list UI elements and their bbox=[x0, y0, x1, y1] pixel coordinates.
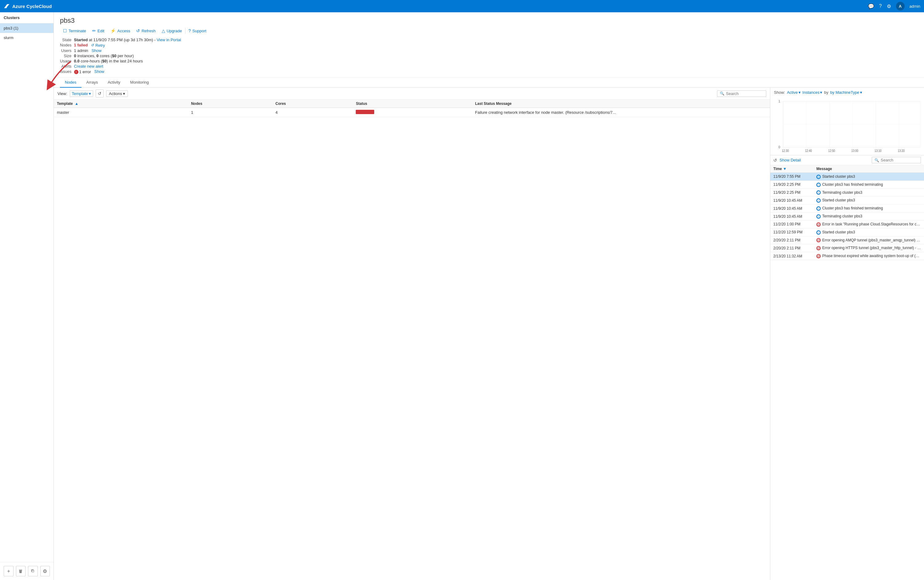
info-icon: ⓘ bbox=[816, 214, 821, 219]
show-row: Show: Active ▾ Instances ▾ by by Machine… bbox=[774, 90, 920, 95]
upgrade-icon: △ bbox=[162, 28, 165, 33]
copy-cluster-button[interactable] bbox=[28, 566, 38, 576]
sidebar-header: Clusters bbox=[0, 12, 53, 23]
col-status[interactable]: Status bbox=[353, 100, 472, 108]
cell-template: master bbox=[54, 108, 188, 117]
svg-text:1: 1 bbox=[779, 99, 781, 103]
activity-row[interactable]: 2/20/20 2:11 PM⊘Error opening HTTPS tunn… bbox=[770, 244, 924, 252]
sidebar-item-slurm[interactable]: slurm bbox=[0, 33, 53, 43]
activity-table-container: Time ▼ Message 11/9/20 7:55 PMⓘStarted c… bbox=[770, 165, 924, 580]
tab-activity[interactable]: Activity bbox=[103, 77, 125, 87]
tab-nodes[interactable]: Nodes bbox=[60, 77, 81, 87]
retry-button[interactable]: ↺ Retry bbox=[91, 43, 105, 48]
tab-arrays[interactable]: Arrays bbox=[81, 77, 103, 87]
content-area: pbs3 ☐ Terminate ✏ Edit ⚡ Access ↺ Refre… bbox=[54, 12, 924, 580]
top-nav: Azure CycleCloud 💬 ? ⚙ A admin bbox=[0, 0, 924, 12]
activity-message: ⊘Error opening AMQP tunnel (pbs3_master_… bbox=[813, 236, 924, 244]
activity-row[interactable]: 11/9/20 2:25 PMⓘTerminating cluster pbs3 bbox=[770, 188, 924, 196]
activity-message: ⓘTerminating cluster pbs3 bbox=[813, 213, 924, 221]
svg-text:12:30: 12:30 bbox=[782, 149, 789, 153]
settings-icon[interactable]: ⚙ bbox=[887, 3, 891, 9]
delete-cluster-button[interactable] bbox=[16, 566, 26, 576]
cluster-header: pbs3 ☐ Terminate ✏ Edit ⚡ Access ↺ Refre… bbox=[54, 12, 924, 77]
activity-message: ⓘStarted cluster pbs3 bbox=[813, 173, 924, 181]
nodes-panel: View: Template ▾ ↺ Actions ▾ 🔍 bbox=[54, 87, 770, 580]
message-text: Terminating cluster pbs3 bbox=[822, 190, 862, 194]
svg-text:13:00: 13:00 bbox=[852, 149, 858, 153]
feedback-icon[interactable]: 💬 bbox=[868, 3, 874, 9]
activity-time: 2/20/20 2:11 PM bbox=[770, 236, 813, 244]
activity-search-input[interactable] bbox=[881, 158, 918, 162]
activity-row[interactable]: 11/2/20 1:00 PM⊘Error in task "Running p… bbox=[770, 220, 924, 228]
sidebar-item-pbs3[interactable]: pbs3 (1) bbox=[0, 23, 53, 33]
instances-chart: 1 0 bbox=[774, 96, 920, 153]
state-value: Started at 11/9/20 7:55 PM (up 3d 17h 30… bbox=[74, 38, 918, 42]
view-in-portal-link[interactable]: View in Portal bbox=[156, 38, 181, 42]
show-users-link[interactable]: Show bbox=[92, 48, 102, 53]
col-time[interactable]: Time ▼ bbox=[770, 165, 813, 173]
nodes-table: Template ▲ Nodes Cores Status Last Statu… bbox=[54, 100, 770, 580]
col-template[interactable]: Template ▲ bbox=[54, 100, 188, 108]
info-icon: ⓘ bbox=[816, 198, 821, 203]
terminate-button[interactable]: ☐ Terminate bbox=[60, 27, 89, 35]
logo: Azure CycleCloud bbox=[4, 3, 52, 9]
nodes-toolbar: View: Template ▾ ↺ Actions ▾ 🔍 bbox=[54, 87, 770, 100]
show-issues-link[interactable]: Show bbox=[94, 69, 105, 74]
info-icon: ⓘ bbox=[816, 183, 821, 187]
refresh-button[interactable]: ↺ Refresh bbox=[133, 27, 159, 35]
refresh-activity-icon[interactable]: ↺ bbox=[773, 158, 777, 163]
activity-row[interactable]: 11/9/20 2:25 PMⓘCluster pbs3 has finishe… bbox=[770, 181, 924, 188]
user-name: admin bbox=[909, 4, 920, 8]
message-text: Started cluster pbs3 bbox=[822, 198, 855, 203]
instances-dropdown[interactable]: Instances ▾ bbox=[802, 90, 822, 95]
help-icon[interactable]: ? bbox=[879, 3, 882, 9]
show-label: Show: bbox=[774, 90, 785, 95]
show-detail-button[interactable]: Show Detail bbox=[779, 158, 801, 162]
info-icon: ⓘ bbox=[816, 206, 821, 211]
activity-row[interactable]: 11/9/20 7:55 PMⓘStarted cluster pbs3 bbox=[770, 173, 924, 181]
add-cluster-button[interactable]: ＋ bbox=[4, 566, 13, 576]
upgrade-button[interactable]: △ Upgrade bbox=[159, 27, 185, 35]
time-sort-icon: ▼ bbox=[783, 167, 787, 171]
edit-button[interactable]: ✏ Edit bbox=[89, 27, 107, 35]
activity-row[interactable]: 11/9/20 10:45 AMⓘTerminating cluster pbs… bbox=[770, 213, 924, 221]
instances-chevron-icon: ▾ bbox=[820, 90, 822, 95]
activity-row[interactable]: 11/9/20 10:45 AMⓘCluster pbs3 has finish… bbox=[770, 204, 924, 213]
support-button[interactable]: ? Support bbox=[185, 27, 209, 35]
activity-row[interactable]: 2/13/20 11:32 AM⊘Phase timeout expired w… bbox=[770, 252, 924, 260]
nodes-value: 1 failed ↺ Retry bbox=[74, 43, 918, 48]
activity-time: 11/9/20 7:55 PM bbox=[770, 173, 813, 181]
activity-row[interactable]: 11/2/20 12:59 PMⓘStarted cluster pbs3 bbox=[770, 228, 924, 236]
activity-time: 11/9/20 10:45 AM bbox=[770, 196, 813, 204]
activity-time: 11/2/20 12:59 PM bbox=[770, 228, 813, 236]
issues-count: 1 error bbox=[79, 69, 91, 74]
machinetype-dropdown[interactable]: by MachineType ▾ bbox=[830, 90, 862, 95]
cell-cores: 4 bbox=[272, 108, 353, 117]
activity-row[interactable]: 11/9/20 10:45 AMⓘStarted cluster pbs3 bbox=[770, 196, 924, 204]
nodes-search-input[interactable] bbox=[726, 91, 764, 96]
refresh-nodes-button[interactable]: ↺ bbox=[96, 89, 104, 97]
usage-value: 0.0 core-hours ($0) in the last 24 hours bbox=[74, 59, 918, 63]
col-cores[interactable]: Cores bbox=[272, 100, 353, 108]
cell-last-status: Failure creating network interface for n… bbox=[472, 108, 770, 117]
col-last-status[interactable]: Last Status Message bbox=[472, 100, 770, 108]
col-message[interactable]: Message bbox=[813, 165, 924, 173]
table-row[interactable]: master 1 4 Failure creating network inte… bbox=[54, 108, 770, 117]
create-alert-link[interactable]: Create new alert bbox=[74, 64, 103, 69]
tab-monitoring[interactable]: Monitoring bbox=[125, 77, 154, 87]
activity-time: 11/9/20 2:25 PM bbox=[770, 188, 813, 196]
active-dropdown[interactable]: Active ▾ bbox=[787, 90, 800, 95]
view-dropdown[interactable]: Template ▾ bbox=[70, 91, 94, 97]
alerts-value: Create new alert bbox=[74, 64, 918, 69]
active-chevron-icon: ▾ bbox=[799, 90, 801, 95]
activity-row[interactable]: 2/20/20 2:11 PM⊘Error opening AMQP tunne… bbox=[770, 236, 924, 244]
user-avatar[interactable]: A bbox=[896, 2, 904, 10]
message-text: Started cluster pbs3 bbox=[822, 230, 855, 234]
activity-time: 2/13/20 11:32 AM bbox=[770, 252, 813, 260]
cluster-settings-button[interactable]: ⚙ bbox=[40, 566, 50, 576]
cell-nodes: 1 bbox=[188, 108, 272, 117]
message-text: Started cluster pbs3 bbox=[822, 175, 855, 179]
col-nodes[interactable]: Nodes bbox=[188, 100, 272, 108]
actions-dropdown[interactable]: Actions ▾ bbox=[106, 91, 128, 97]
access-button[interactable]: ⚡ Access bbox=[107, 27, 133, 35]
